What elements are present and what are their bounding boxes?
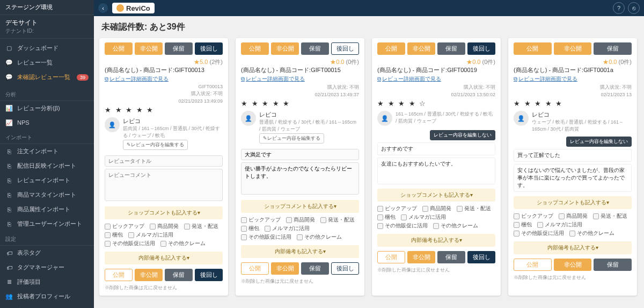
publish-button[interactable]: 公開: [241, 42, 269, 55]
nav-delivery-import[interactable]: ⎘配信日反映インポート: [0, 159, 94, 173]
nav-review-analysis[interactable]: 📊レビュー分析(β): [0, 101, 94, 116]
edit-content-button[interactable]: ✎レビュー内容を編集する: [123, 140, 188, 150]
chk-other-claim[interactable]: その他クレーム: [433, 222, 478, 230]
nav-product-master[interactable]: ▦商品マスタ: [0, 304, 94, 308]
review-title-input[interactable]: [105, 155, 223, 167]
logout-button[interactable]: ⎋: [628, 2, 640, 14]
detail-link[interactable]: ⧉レビュー詳細画面で見る: [377, 75, 495, 83]
nav-dashboard[interactable]: ▢ダッシュボード: [0, 41, 94, 55]
chk-mail[interactable]: メルマガに活用: [401, 213, 446, 221]
review-body-input[interactable]: [105, 169, 223, 201]
internal-note-toggle[interactable]: 内部備考も記入する▾: [105, 252, 223, 264]
chk-other-claim[interactable]: その他クレーム: [160, 240, 206, 247]
hold-button[interactable]: 保留: [165, 269, 193, 281]
publish-button[interactable]: 公開: [514, 42, 552, 55]
later-button[interactable]: 後回し: [467, 251, 495, 263]
chk-pack[interactable]: 梱包: [105, 231, 123, 239]
nav-review-import[interactable]: ⎘レビューインポート: [0, 173, 94, 188]
private-button[interactable]: 非公開: [271, 42, 299, 55]
chk-other-sale[interactable]: その他販促に活用: [377, 222, 428, 230]
hold-button[interactable]: 保留: [165, 42, 193, 55]
internal-note-toggle[interactable]: 内部備考も記入する▾: [377, 234, 495, 247]
later-button[interactable]: 後回し: [467, 42, 495, 55]
hold-button[interactable]: 保留: [437, 251, 465, 263]
help-button[interactable]: ?: [613, 2, 625, 14]
nav-unconfirmed[interactable]: 💬未確認レビュー一覧39: [0, 70, 94, 84]
chk-other-claim[interactable]: その他クレーム: [569, 230, 614, 237]
review-title-input[interactable]: [241, 149, 359, 160]
private-button[interactable]: 非公開: [407, 42, 435, 55]
chk-other-sale[interactable]: その他販促に活用: [105, 240, 155, 247]
no-edit-button[interactable]: レビュー内容を編集しない: [566, 137, 632, 147]
nav-product-master-import[interactable]: ⎘商品マスタインポート: [0, 188, 94, 202]
later-button[interactable]: 後回し: [195, 269, 223, 281]
chk-pack[interactable]: 梱包: [514, 221, 532, 228]
private-button[interactable]: 非公開: [135, 42, 163, 55]
private-button[interactable]: 非公開: [271, 262, 299, 275]
chk-dev[interactable]: 商品開発: [286, 216, 315, 224]
nav-rating-items[interactable]: ≣評価項目: [0, 275, 94, 289]
hold-button[interactable]: 保留: [301, 42, 329, 55]
private-button[interactable]: 非公開: [554, 42, 592, 55]
chk-ship[interactable]: 発送・配送: [457, 205, 491, 212]
users-icon: 👥: [5, 293, 13, 300]
internal-note-toggle[interactable]: 内部備考も記入する▾: [241, 245, 359, 258]
nav-tag-manager[interactable]: 🏷タグマネージャー: [0, 260, 94, 275]
chk-other-sale[interactable]: その他販促に活用: [514, 230, 564, 237]
chk-mail[interactable]: メルマガに活用: [128, 231, 173, 239]
shop-comment-toggle[interactable]: ショップコメントも記入する▾: [241, 200, 359, 213]
shop-comment-toggle[interactable]: ショップコメントも記入する▾: [377, 189, 495, 202]
nav-nps[interactable]: 📈NPS: [0, 116, 94, 130]
publish-button[interactable]: 公開: [105, 42, 133, 55]
hold-button[interactable]: 保留: [437, 42, 465, 55]
internal-note-toggle[interactable]: 内部備考も記入する▾: [514, 241, 632, 254]
publish-button[interactable]: 公開: [377, 251, 405, 263]
shop-comment-toggle[interactable]: ショップコメントも記入する▾: [514, 196, 632, 209]
detail-link[interactable]: ⧉レビュー詳細画面で見る: [105, 75, 223, 83]
nav-admin-user-import[interactable]: ⎘管理ユーザーインポート: [0, 217, 94, 231]
chk-ship[interactable]: 発送・配送: [320, 216, 355, 224]
chk-pickup[interactable]: ピックアップ: [105, 223, 144, 230]
hold-button[interactable]: 保留: [594, 259, 632, 271]
nav-contributor-profile[interactable]: 👥投稿者プロフィール: [0, 289, 94, 304]
edit-content-button[interactable]: ✎レビュー内容を編集する: [259, 133, 324, 144]
chk-pack[interactable]: 梱包: [377, 213, 396, 221]
shop-comment-toggle[interactable]: ショップコメントも記入する▾: [105, 206, 223, 219]
private-button[interactable]: 非公開: [407, 251, 435, 263]
chk-ship[interactable]: 発送・配送: [184, 223, 218, 230]
chk-pack[interactable]: 梱包: [241, 225, 259, 232]
publish-button[interactable]: 公開: [241, 262, 269, 275]
nav-reviews-label: レビュー一覧: [17, 59, 53, 67]
no-edit-button[interactable]: レビュー内容を編集しない: [430, 130, 495, 140]
nav-display-tag[interactable]: 🏷表示タグ: [0, 246, 94, 260]
chk-mail[interactable]: メルマガに活用: [537, 221, 582, 228]
chk-dev[interactable]: 商品開発: [559, 212, 588, 220]
chk-pickup[interactable]: ピックアップ: [241, 216, 281, 224]
later-button[interactable]: 後回し: [331, 42, 359, 55]
publish-button[interactable]: 公開: [377, 42, 405, 55]
chk-pickup[interactable]: ピックアップ: [377, 205, 417, 212]
detail-link[interactable]: ⧉レビュー詳細画面で見る: [241, 75, 359, 83]
nav-order-import[interactable]: ⎘注文インポート: [0, 144, 94, 159]
chk-pickup[interactable]: ピックアップ: [514, 212, 553, 220]
chk-dev[interactable]: 商品開発: [150, 223, 179, 230]
detail-link[interactable]: ⧉レビュー詳細画面で見る: [514, 75, 632, 83]
publish-button[interactable]: 公開: [514, 259, 552, 271]
hold-button[interactable]: 保留: [594, 42, 632, 55]
chk-other-sale[interactable]: その他販促に活用: [241, 233, 291, 241]
nav-reviews[interactable]: 💬レビュー一覧: [0, 55, 94, 70]
chk-mail[interactable]: メルマガに活用: [265, 225, 310, 232]
private-button[interactable]: 非公開: [554, 259, 592, 271]
nav-product-attr-import[interactable]: ⎘商品属性インポート: [0, 202, 94, 217]
review-body-input[interactable]: 使い勝手がよかったのでなくなったらリピートします。: [241, 162, 359, 195]
chk-dev[interactable]: 商品開発: [422, 205, 451, 212]
hold-button[interactable]: 保留: [301, 262, 329, 275]
chk-ship[interactable]: 発送・配送: [593, 212, 627, 220]
later-button[interactable]: 後回し: [195, 42, 223, 55]
later-button[interactable]: 後回し: [331, 262, 359, 275]
sidebar-collapse-button[interactable]: ‹: [98, 3, 108, 13]
private-button[interactable]: 非公開: [135, 269, 163, 281]
publish-button[interactable]: 公開: [105, 269, 133, 281]
reviewer-name: レビコ: [532, 111, 632, 119]
chk-other-claim[interactable]: その他クレーム: [297, 233, 342, 241]
